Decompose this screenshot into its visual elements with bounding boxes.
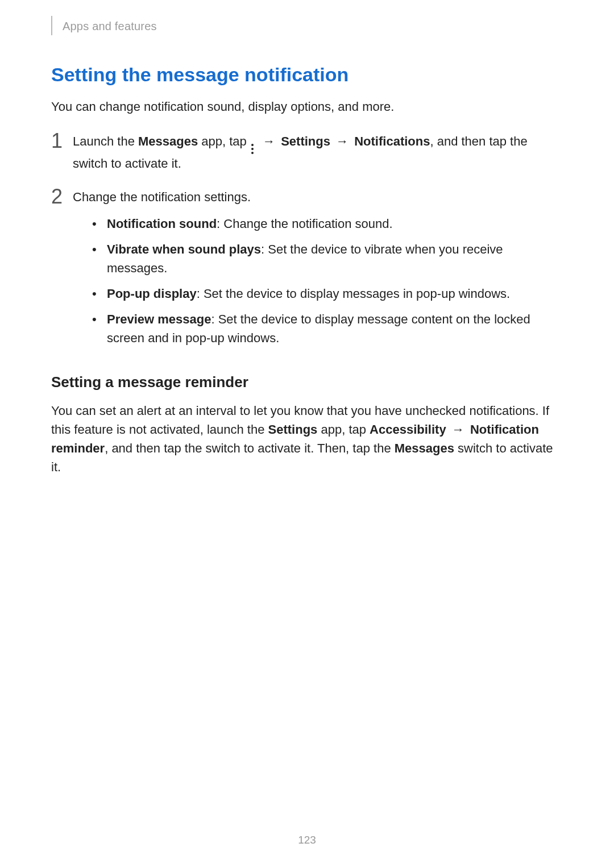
text: app, tap: [317, 422, 370, 437]
app-name: Messages: [138, 134, 198, 148]
option-label: Pop-up display: [107, 286, 197, 301]
option-label: Preview message: [107, 312, 211, 326]
step-1: 1 Launch the Messages app, tap → Setting…: [51, 132, 563, 173]
page-title: Setting the message notification: [51, 64, 563, 86]
app-settings: Settings: [268, 422, 318, 437]
list-item: Vibrate when sound plays: Set the device…: [92, 240, 563, 277]
option-label: Notification sound: [107, 217, 217, 231]
bullet-list: Notification sound: Change the notificat…: [73, 214, 563, 347]
step-body: Change the notification settings. Notifi…: [73, 188, 563, 354]
subheading: Setting a message reminder: [51, 373, 563, 391]
intro-paragraph: You can change notification sound, displ…: [51, 98, 563, 116]
arrow-right-icon: →: [450, 420, 467, 439]
option-label: Vibrate when sound plays: [107, 242, 261, 256]
option-desc: : Change the notification sound.: [217, 217, 392, 231]
page-number: 123: [0, 834, 614, 846]
menu-notifications: Notifications: [354, 134, 430, 148]
arrow-right-icon: →: [260, 132, 277, 151]
steps-list: 1 Launch the Messages app, tap → Setting…: [51, 132, 563, 354]
running-header: Apps and features: [51, 17, 563, 35]
list-item: Notification sound: Change the notificat…: [92, 214, 563, 233]
text: app, tap: [198, 134, 250, 148]
arrow-right-icon: →: [334, 132, 351, 151]
switch-messages: Messages: [395, 441, 454, 455]
list-item: Pop-up display: Set the device to displa…: [92, 284, 563, 303]
step-number: 2: [51, 186, 73, 207]
step-number: 1: [51, 131, 73, 151]
list-item: Preview message: Set the device to displ…: [92, 310, 563, 347]
step-2: 2 Change the notification settings. Noti…: [51, 188, 563, 354]
step-body: Launch the Messages app, tap → Settings …: [73, 132, 563, 173]
text: , and then tap the switch to activate it…: [105, 441, 395, 455]
more-options-icon: [251, 144, 255, 154]
text: Launch the: [73, 134, 138, 148]
header-title: Apps and features: [63, 20, 157, 33]
text: Change the notification settings.: [73, 190, 251, 204]
reminder-paragraph: You can set an alert at an interval to l…: [51, 401, 563, 476]
menu-accessibility: Accessibility: [370, 422, 446, 437]
header-divider: [51, 16, 52, 35]
option-desc: : Set the device to display messages in …: [197, 286, 511, 301]
menu-settings: Settings: [281, 134, 330, 148]
document-page: Apps and features Setting the message no…: [0, 0, 614, 868]
